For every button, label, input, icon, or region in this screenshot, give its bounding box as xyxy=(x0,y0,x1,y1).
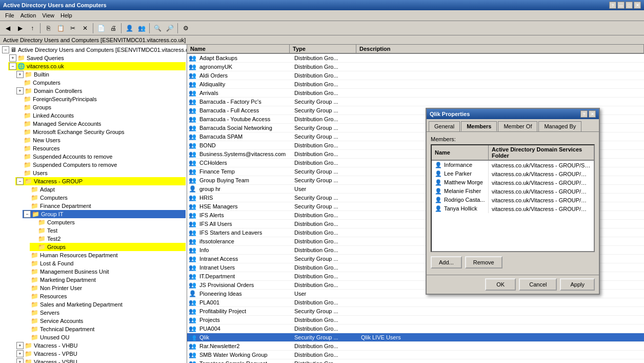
member-row[interactable]: 👤Tanya Hollick vitacress.co.uk/Vitacress… xyxy=(432,204,594,213)
tree-row-marketing[interactable]: 📁 Marketing Department xyxy=(23,276,186,284)
list-item[interactable]: 👥 Barracuda - Factory Pc's Security Grou… xyxy=(187,98,644,106)
tree-row-sales[interactable]: 📁 Sales and Marketing Department xyxy=(23,300,186,309)
tree-row-vpbu[interactable]: + 📁 Vitacress - VPBU xyxy=(15,350,186,358)
tb-new[interactable]: 📄 xyxy=(95,23,107,34)
tree-row-msexchange[interactable]: 📁 Microsoft Exchange Security Groups xyxy=(15,128,186,136)
menu-view[interactable]: View xyxy=(39,11,57,20)
tb-up[interactable]: ↑ xyxy=(27,23,38,34)
expander-vhbu[interactable]: + xyxy=(16,342,24,349)
members-col-folder[interactable]: Active Directory Domain Services Folder xyxy=(489,145,594,160)
tb-back[interactable]: ◀ xyxy=(2,23,13,34)
list-item[interactable]: 👥 agronomyUK Distribution Gro... xyxy=(187,63,644,71)
tb-copy[interactable]: ⎘ xyxy=(43,23,54,34)
tree-row-users[interactable]: 📁 Users xyxy=(15,169,186,177)
cancel-button[interactable]: Cancel xyxy=(519,278,557,291)
tb-cut[interactable]: ✂ xyxy=(67,23,78,34)
menu-file[interactable]: File xyxy=(2,11,17,20)
tab-managedby[interactable]: Managed By xyxy=(538,121,581,131)
tree-row-saved[interactable]: + 📁 Saved Queries xyxy=(8,54,186,62)
tree-row-hr[interactable]: 📁 Human Resources Department xyxy=(23,251,186,259)
member-row[interactable]: 👤Lee Parker vitacress.co.uk/Vitacress - … xyxy=(432,169,594,178)
tree-row-groupit[interactable]: − 📁 Group IT xyxy=(23,210,186,218)
tree-row-resources[interactable]: 📁 Resources xyxy=(15,144,186,152)
tree-row-tech[interactable]: 📁 Technical Department xyxy=(23,325,186,333)
member-row[interactable]: 👤Informance vitacress.co.uk/Vitacress - … xyxy=(432,160,594,169)
tree-row-susp-comp[interactable]: 📁 Suspended Computers to remove xyxy=(15,161,186,169)
tab-memberof[interactable]: Member Of xyxy=(498,121,537,131)
tree-row-newusers[interactable]: 📁 New Users xyxy=(15,136,186,144)
list-item[interactable]: 👥 PLA001 Distribution Gro... xyxy=(187,298,644,307)
tree-row-foreign[interactable]: 📁 ForeignSecurityPrincipals xyxy=(15,95,186,103)
tree-row-computers[interactable]: 📁 Computers xyxy=(15,79,186,87)
list-item[interactable]: 👥 Rar.Newsletter2 Distribution Gro... xyxy=(187,342,644,351)
tree-row-susp-acc[interactable]: 📁 Suspended Accounts to remove xyxy=(15,152,186,161)
tb-delete[interactable]: ✕ xyxy=(79,23,91,34)
minimize-btn[interactable]: — xyxy=(617,2,625,9)
tb-print[interactable]: 🖨 xyxy=(108,23,119,34)
tree-row-groups2[interactable]: 📁 Groups xyxy=(30,243,186,251)
expander-vitacress[interactable]: − xyxy=(9,63,16,70)
tree-row-adapt[interactable]: 📁 Adapt xyxy=(23,185,186,194)
remove-button[interactable]: Remove xyxy=(465,256,502,269)
tree-row-finance[interactable]: 📁 Finance Department xyxy=(23,202,186,210)
tb-group[interactable]: 👥 xyxy=(136,23,147,34)
tree-row-dc[interactable]: + 📁 Domain Controllers xyxy=(15,87,186,95)
dialog-help-btn[interactable]: ? xyxy=(580,110,588,118)
tb-user[interactable]: 👤 xyxy=(124,23,135,34)
qlik-properties-dialog[interactable]: Qlik Properties ? ✕ General Members Memb… xyxy=(426,108,600,295)
col-name[interactable]: Name xyxy=(187,45,290,53)
add-button[interactable]: Add... xyxy=(431,256,462,269)
list-item[interactable]: 👥 Projects Distribution Gro... xyxy=(187,316,644,324)
tree-row-builtin[interactable]: + 📁 Builtin xyxy=(15,70,186,79)
apply-button[interactable]: Apply xyxy=(560,278,595,291)
tab-members[interactable]: Members xyxy=(461,121,497,131)
expander-vsbu[interactable]: + xyxy=(16,358,24,363)
close-btn[interactable]: ✕ xyxy=(634,2,641,9)
tree-row-res2[interactable]: 📁 Resources xyxy=(23,292,186,300)
tree-row-vgroup[interactable]: − 📁 Vitacress - GROUP xyxy=(15,177,186,185)
list-item[interactable]: 👥 Qlik Security Group ... Qlik LIVE User… xyxy=(187,333,644,342)
expander-vpbu[interactable]: + xyxy=(16,350,24,357)
tb-paste[interactable]: 📋 xyxy=(55,23,66,34)
expander-groupit[interactable]: − xyxy=(24,211,31,218)
tree-row-vsbu[interactable]: + 📁 Vitacress - VSBU xyxy=(15,358,186,363)
tree-row-groups[interactable]: 📁 Groups xyxy=(15,103,186,111)
expander-dc[interactable]: + xyxy=(16,87,24,94)
tree-row-serviceacc[interactable]: 📁 Service Accounts xyxy=(23,317,186,325)
tree-row-unusedou[interactable]: 📁 Unused OU xyxy=(23,333,186,341)
tb-properties[interactable]: ⚙ xyxy=(180,23,191,34)
tree-row-root[interactable]: − 🖥 Active Directory Users and Computers… xyxy=(1,46,186,54)
list-item[interactable]: 👥 Profitability Project Security Group .… xyxy=(187,307,644,316)
members-col-name[interactable]: Name xyxy=(432,145,489,160)
menu-action[interactable]: Action xyxy=(17,11,39,20)
tree-row-computers2[interactable]: 📁 Computers xyxy=(23,194,186,202)
list-item[interactable]: 👥 Aldiquality Distribution Gro... xyxy=(187,80,644,89)
tree-row-linked[interactable]: 📁 Linked Accounts xyxy=(15,111,186,120)
expander-root[interactable]: − xyxy=(2,46,9,53)
tree-row-managed[interactable]: 📁 Managed Service Accounts xyxy=(15,120,186,128)
tab-general[interactable]: General xyxy=(429,121,460,131)
tb-filter[interactable]: 🔍 xyxy=(152,23,163,34)
maximize-btn[interactable]: □ xyxy=(626,2,633,9)
tree-row-comp3[interactable]: 📁 Computers xyxy=(30,218,186,226)
col-type[interactable]: Type xyxy=(290,45,356,53)
member-row[interactable]: 👤Melanie Fisher vitacress.co.uk/Vitacres… xyxy=(432,187,594,196)
tb-search[interactable]: 🔎 xyxy=(164,23,175,34)
tree-row-vhbu[interactable]: + 📁 Vitacress - VHBU xyxy=(15,341,186,350)
member-row[interactable]: 👤Matthew Morge vitacress.co.uk/Vitacress… xyxy=(432,178,594,187)
col-desc[interactable]: Description xyxy=(356,45,644,53)
expander-builtin[interactable]: + xyxy=(16,71,24,78)
list-item[interactable]: 👥 Aldi Orders Distribution Gro... xyxy=(187,71,644,80)
tb-forward[interactable]: ▶ xyxy=(14,23,26,34)
tree-row-test2[interactable]: 📁 Test2 xyxy=(30,235,186,243)
member-row[interactable]: 👤Rodrigo Casta... vitacress.co.uk/Vitacr… xyxy=(432,196,594,204)
tree-row-lost[interactable]: 📁 Lost & Found xyxy=(23,259,186,268)
dialog-close-btn[interactable]: ✕ xyxy=(589,110,596,118)
list-item[interactable]: 👥 SMB Water Working Group Distribution G… xyxy=(187,351,644,359)
help-btn[interactable]: ? xyxy=(609,2,616,9)
expander-saved[interactable]: + xyxy=(9,54,16,62)
ok-button[interactable]: OK xyxy=(485,278,516,291)
tree-row-mgmt[interactable]: 📁 Management Business Unit xyxy=(23,268,186,276)
list-item[interactable]: 👥 Arrivals Distribution Gro... xyxy=(187,89,644,98)
list-item[interactable]: 👥 Tomatoes Sample Request Distribution G… xyxy=(187,359,644,363)
